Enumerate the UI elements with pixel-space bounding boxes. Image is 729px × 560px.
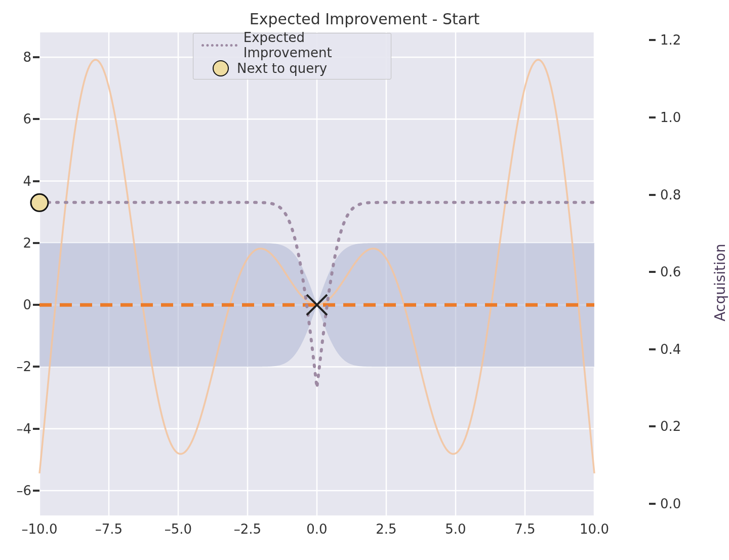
x-tick-label: 2.5 bbox=[366, 522, 407, 537]
right-axis-label: Acquisition Function bbox=[712, 244, 729, 321]
y-right-tick-label: 0.4 bbox=[660, 342, 691, 357]
legend-swatch-ei-icon bbox=[201, 44, 237, 47]
plot-area bbox=[39, 32, 594, 515]
svg-line-19 bbox=[307, 295, 327, 315]
y-left-tick-label: 6 bbox=[1, 111, 31, 127]
y-right-tick-label: 1.0 bbox=[660, 110, 691, 125]
y-left-tick-label: 2 bbox=[1, 235, 31, 251]
x-tick-label: 7.5 bbox=[505, 522, 545, 537]
x-tick-label: 0.0 bbox=[297, 522, 337, 537]
y-left-tick-label: –2 bbox=[1, 359, 31, 374]
y-left-tick-label: –4 bbox=[1, 421, 31, 436]
x-tick-label: 10.0 bbox=[574, 522, 615, 537]
y-right-tick-label: 0.8 bbox=[660, 187, 691, 203]
legend-label-next: Next to query bbox=[237, 61, 327, 76]
legend-label-ei: Expected Improvement bbox=[244, 30, 391, 60]
y-right-tick-label: 1.2 bbox=[660, 32, 691, 48]
y-left-tick-label: 0 bbox=[1, 297, 31, 312]
y-left-tick-label: 8 bbox=[1, 50, 31, 65]
svg-line-18 bbox=[307, 295, 327, 315]
y-right-tick-label: 0.0 bbox=[660, 496, 691, 511]
y-right-tick-label: 0.2 bbox=[660, 419, 691, 434]
x-tick-label: 5.0 bbox=[435, 522, 476, 537]
legend: Expected Improvement Next to query bbox=[193, 33, 391, 79]
x-tick-label: –7.5 bbox=[89, 522, 129, 537]
y-left-tick-label: –6 bbox=[1, 483, 31, 498]
svg-point-20 bbox=[31, 194, 48, 211]
legend-swatch-circle-icon bbox=[213, 60, 229, 76]
y-left-tick-label: 4 bbox=[1, 174, 31, 189]
figure: Expected Improvement - Start Acquisition… bbox=[0, 0, 729, 560]
chart-svg bbox=[39, 32, 594, 515]
y-right-tick-label: 0.6 bbox=[660, 264, 691, 279]
x-tick-label: –5.0 bbox=[158, 522, 198, 537]
x-tick-label: –10.0 bbox=[19, 522, 60, 537]
x-tick-label: –2.5 bbox=[227, 522, 268, 537]
chart-title: Expected Improvement - Start bbox=[0, 10, 729, 28]
